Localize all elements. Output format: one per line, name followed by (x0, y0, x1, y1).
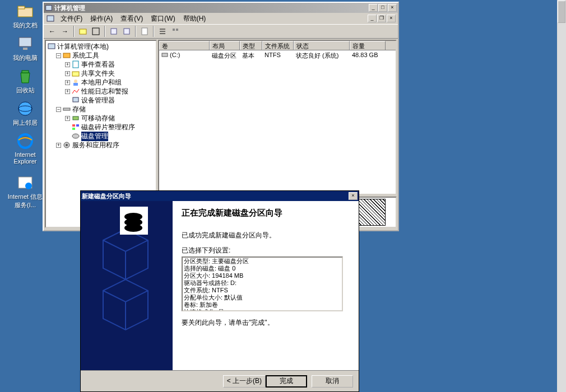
svg-point-33 (66, 144, 68, 146)
wizard-banner (81, 201, 173, 370)
mdi-restore-button[interactable]: ❐ (377, 15, 386, 22)
tree-event-viewer[interactable]: +事件查看器 (65, 60, 155, 69)
tree-shared-folders[interactable]: +共享文件夹 (65, 69, 155, 78)
tree-defrag[interactable]: 磁盘碎片整理程序 (65, 123, 155, 132)
refresh-button[interactable] (120, 25, 133, 38)
tree-services[interactable]: +服务和应用程序 (56, 141, 155, 150)
disk-icon (71, 132, 80, 141)
forward-button[interactable]: → (59, 25, 71, 38)
svg-rect-10 (46, 6, 52, 11)
desktop-icon-ie[interactable]: Internet Explorer (6, 132, 45, 165)
page-scrollbar[interactable] (557, 0, 566, 392)
wizard-heading: 正在完成新建磁盘分区向导 (182, 208, 350, 218)
col-status[interactable]: 状态 (294, 41, 350, 50)
wizard-close-button[interactable]: × (349, 192, 358, 200)
maximize-button[interactable]: □ (378, 4, 387, 12)
expand-icon[interactable]: + (56, 143, 61, 148)
wizard-success-msg: 已成功完成新建磁盘分区向导。 (182, 231, 350, 240)
svg-point-7 (18, 134, 32, 148)
device-icon (71, 96, 80, 105)
desktop-icon-network[interactable]: 网上邻居 (6, 100, 45, 127)
desktop-icon-recycle-bin[interactable]: 回收站 (6, 67, 45, 95)
menu-view[interactable]: 查看(V) (117, 13, 146, 25)
detail-view-button[interactable] (169, 25, 182, 38)
svg-rect-14 (111, 29, 117, 34)
desktop-icon-label: 我的电脑 (6, 54, 45, 62)
network-icon (16, 100, 34, 118)
setting-row: 分区大小: 194184 MB (184, 272, 341, 279)
wizard-close-hint: 要关闭此向导，请单击"完成"。 (182, 318, 350, 328)
tree-device-mgr[interactable]: 设备管理器 (65, 96, 155, 105)
tools-icon (62, 51, 71, 60)
desktop-icon-iis[interactable]: Internet 信息服务(I... (6, 174, 45, 209)
col-volume[interactable]: 卷 (159, 41, 210, 50)
expand-icon[interactable]: + (65, 62, 70, 67)
desktop-icon-label: 网上邻居 (6, 119, 45, 127)
menu-action[interactable]: 操作(A) (87, 13, 116, 25)
col-layout[interactable]: 布局 (210, 41, 240, 50)
close-button[interactable]: × (388, 4, 397, 12)
tree-removable[interactable]: +可移动存储 (65, 114, 155, 123)
mdi-minimize-button[interactable]: _ (368, 15, 377, 22)
users-icon (71, 78, 80, 87)
svg-rect-2 (19, 38, 31, 46)
svg-rect-27 (73, 116, 78, 120)
wizard-settings-list[interactable]: 分区类型: 主要磁盘分区 选择的磁盘: 磁盘 0 分区大小: 194184 MB… (182, 256, 343, 311)
menubar: 文件(F) 操作(A) 查看(V) 窗口(W) 帮助(H) _ ❐ × (44, 13, 398, 24)
volume-list[interactable]: 卷 布局 类型 文件系统 状态 容量 (C:) 磁盘分区 基本 NTFS 状态良… (158, 40, 397, 195)
setting-row: 分区类型: 主要磁盘分区 (184, 258, 341, 265)
grid-icon (171, 27, 179, 35)
scrollbar-thumb[interactable] (558, 1, 565, 23)
tree-local-users[interactable]: +本地用户和组 (65, 78, 155, 87)
tree-storage[interactable]: − 存储 (56, 105, 155, 114)
desktop-icon-my-documents[interactable]: 我的文档 (6, 2, 45, 30)
col-filesystem[interactable]: 文件系统 (262, 41, 294, 50)
show-hide-tree-button[interactable] (90, 25, 102, 38)
help-button[interactable] (138, 25, 151, 38)
svg-point-39 (124, 224, 142, 232)
desktop-icon-my-computer[interactable]: 我的电脑 (6, 35, 45, 62)
properties-icon (110, 27, 118, 35)
list-view-button[interactable] (156, 25, 169, 38)
expand-icon[interactable]: + (65, 116, 70, 121)
back-button[interactable]: < 上一步(B) (223, 375, 266, 388)
tree-root[interactable]: 计算机管理(本地) (47, 42, 155, 51)
expand-icon[interactable]: + (65, 80, 70, 85)
svg-rect-22 (72, 72, 79, 76)
minimize-button[interactable]: _ (369, 4, 378, 12)
back-button[interactable]: ← (46, 25, 58, 38)
ie-icon (16, 132, 34, 150)
expand-icon[interactable]: + (65, 71, 70, 76)
wizard-titlebar[interactable]: 新建磁盘分区向导 × (81, 191, 359, 201)
volume-row[interactable]: (C:) 磁盘分区 基本 NTFS 状态良好 (系统) 48.83 GB (159, 50, 396, 61)
properties-button[interactable] (108, 25, 120, 38)
menu-help[interactable]: 帮助(H) (180, 13, 210, 25)
menu-window[interactable]: 窗口(W) (147, 13, 178, 25)
svg-rect-19 (48, 44, 55, 49)
expand-icon[interactable]: + (65, 89, 70, 94)
cancel-button[interactable]: 取消 (312, 375, 353, 388)
tree-system-tools[interactable]: − 系统工具 (56, 51, 155, 60)
svg-rect-13 (92, 28, 99, 35)
desktop-icon-label: Internet 信息服务(I... (6, 193, 45, 209)
mmc-icon (46, 14, 55, 23)
svg-rect-24 (73, 83, 78, 86)
services-icon (62, 141, 71, 150)
titlebar[interactable]: 计算机管理 _ □ × (44, 3, 398, 13)
setting-row: 分配单位大小: 默认值 (184, 294, 341, 301)
shared-folder-icon (71, 69, 80, 78)
finish-button[interactable]: 完成 (266, 375, 307, 388)
mdi-close-button[interactable]: × (387, 15, 396, 22)
col-type[interactable]: 类型 (240, 41, 262, 50)
tree-disk-mgmt[interactable]: 磁盘管理 (65, 132, 155, 141)
wizard-selected-label: 已选择下列设置: (182, 246, 350, 255)
up-button[interactable] (77, 25, 89, 38)
svg-rect-16 (142, 28, 147, 35)
help-icon (141, 27, 149, 35)
menu-file[interactable]: 文件(F) (57, 13, 86, 25)
collapse-icon[interactable]: − (56, 53, 61, 58)
tree-perf-logs[interactable]: +性能日志和警报 (65, 87, 155, 96)
mmc-icon (45, 4, 53, 12)
col-capacity[interactable]: 容量 (350, 41, 386, 50)
collapse-icon[interactable]: − (56, 107, 61, 112)
